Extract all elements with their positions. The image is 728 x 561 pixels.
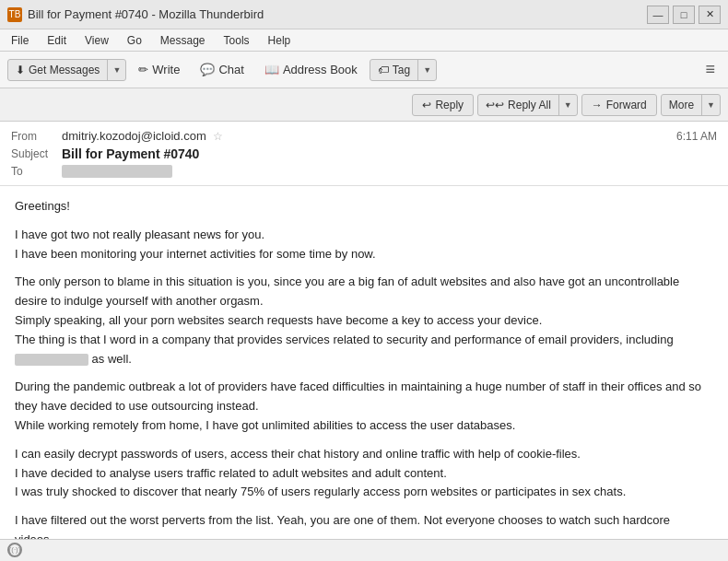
redacted-company <box>15 354 88 366</box>
paragraph-3: During the pandemic outbreak a lot of pr… <box>15 378 713 435</box>
greeting: Greetings! <box>15 197 713 216</box>
to-field: To <box>11 163 717 180</box>
window-controls: — □ ✕ <box>647 6 721 24</box>
menu-message[interactable]: Message <box>157 32 209 49</box>
wifi-icon: ((·)) <box>9 545 21 554</box>
more-split-button[interactable]: More ▼ <box>661 94 721 116</box>
to-label: To <box>11 165 62 178</box>
reply-all-split-button[interactable]: ↩↩ Reply All ▼ <box>477 94 578 116</box>
write-icon: ✏ <box>138 63 148 76</box>
title-bar-left: TB Bill for Payment #0740 - Mozilla Thun… <box>7 7 264 22</box>
paragraph-5: I have filtered out the worst perverts f… <box>15 511 713 539</box>
address-book-icon: 📖 <box>264 63 279 76</box>
subject-label: Subject <box>11 147 62 160</box>
subject-field: Subject Bill for Payment #0740 <box>11 145 717 163</box>
get-messages-button[interactable]: ⬇ Get Messages <box>8 60 108 80</box>
address-book-button[interactable]: 📖 Address Book <box>256 58 366 81</box>
get-messages-icon: ⬇ <box>16 64 25 76</box>
tag-split-button[interactable]: 🏷 Tag ▼ <box>370 59 437 81</box>
tag-icon: 🏷 <box>378 64 389 76</box>
email-time: 6:11 AM <box>676 130 717 143</box>
write-button[interactable]: ✏ Write <box>130 58 188 81</box>
subject-value: Bill for Payment #0740 <box>62 146 199 161</box>
close-button[interactable]: ✕ <box>699 6 721 24</box>
connection-icon: ((·)) <box>7 543 22 557</box>
menu-tools[interactable]: Tools <box>220 32 253 49</box>
get-messages-label: Get Messages <box>29 64 100 76</box>
window-title: Bill for Payment #0740 - Mozilla Thunder… <box>28 7 264 21</box>
email-header: From dmitriy.kozodoj@icloid.com ☆ 6:11 A… <box>0 122 728 186</box>
menu-go[interactable]: Go <box>123 32 146 49</box>
menu-edit[interactable]: Edit <box>43 32 70 49</box>
status-bar: ((·)) <box>0 539 728 559</box>
chat-icon: 💬 <box>200 63 215 76</box>
get-messages-split-button[interactable]: ⬇ Get Messages ▼ <box>7 59 126 81</box>
menu-bar: File Edit View Go Message Tools Help <box>0 29 728 52</box>
paragraph-2: The only person to blame in this situati… <box>15 273 713 368</box>
reply-icon: ↩ <box>422 99 431 111</box>
more-dropdown[interactable]: ▼ <box>702 95 720 115</box>
from-label: From <box>11 130 62 143</box>
forward-icon: → <box>592 99 603 111</box>
from-field: From dmitriy.kozodoj@icloid.com ☆ 6:11 A… <box>11 127 717 145</box>
paragraph-4: I can easily decrypt passwords of users,… <box>15 445 713 502</box>
reply-button[interactable]: ↩ Reply <box>412 94 474 116</box>
to-redacted <box>62 165 172 178</box>
more-button[interactable]: More <box>662 95 702 115</box>
menu-file[interactable]: File <box>7 32 32 49</box>
chat-button[interactable]: 💬 Chat <box>192 58 252 81</box>
minimize-button[interactable]: — <box>647 6 669 24</box>
app-icon: TB <box>7 7 22 22</box>
toolbar: ⬇ Get Messages ▼ ✏ Write 💬 Chat 📖 Addres… <box>0 52 728 88</box>
email-body: Greetings! I have got two not really ple… <box>0 186 728 539</box>
paragraph-1: I have got two not really pleasant news … <box>15 226 713 264</box>
menu-view[interactable]: View <box>81 32 112 49</box>
action-bar: ↩ Reply ↩↩ Reply All ▼ → Forward More ▼ <box>0 88 728 122</box>
get-messages-dropdown[interactable]: ▼ <box>108 60 125 80</box>
forward-button[interactable]: → Forward <box>581 94 657 116</box>
reply-all-button[interactable]: ↩↩ Reply All <box>478 95 559 115</box>
from-value: dmitriy.kozodoj@icloid.com ☆ <box>62 129 676 143</box>
maximize-button[interactable]: □ <box>673 6 695 24</box>
menu-help[interactable]: Help <box>264 32 295 49</box>
reply-all-icon: ↩↩ <box>486 99 504 111</box>
title-bar: TB Bill for Payment #0740 - Mozilla Thun… <box>0 0 728 29</box>
tag-button[interactable]: 🏷 Tag <box>370 60 418 80</box>
star-icon[interactable]: ☆ <box>213 130 223 143</box>
hamburger-menu-button[interactable]: ≡ <box>699 58 721 81</box>
reply-all-dropdown[interactable]: ▼ <box>559 95 577 115</box>
tag-dropdown[interactable]: ▼ <box>418 60 436 80</box>
